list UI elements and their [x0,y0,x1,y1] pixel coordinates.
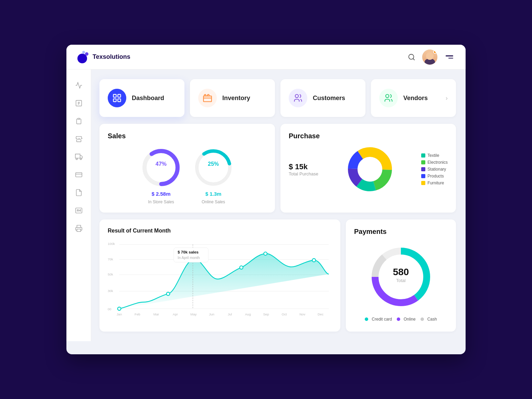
svg-text:30k: 30k [108,289,113,293]
online-amount: $ 1.3m [205,191,222,197]
svg-rect-11 [114,95,116,97]
svg-text:47%: 47% [156,161,167,167]
line-chart-card: Result of Current Month 100k 70k 50k 30k… [99,219,340,332]
charts-row: Sales 47% $ 2.58m In Store Sales [99,124,456,213]
purchase-svg [346,147,394,192]
line-chart-container: 100k 70k 50k 30k 00 [108,239,332,323]
svg-rect-13 [114,99,116,101]
content-area: Dashboard Inventory [91,69,466,341]
svg-text:70k: 70k [108,257,113,261]
payments-card: Payments 580 Total [346,219,456,332]
in-store-label: In Store Sales [148,200,174,204]
logo-icon [77,51,90,63]
purchase-amount: $ 15k [289,162,318,171]
svg-rect-7 [75,173,82,177]
app-window: Texsolutions [66,45,466,354]
svg-rect-14 [118,99,120,101]
sidebar-item-documents[interactable] [71,185,86,200]
sidebar-item-store[interactable] [71,131,86,147]
header-icons [408,50,455,65]
in-store-donut: 47% $ 2.58m In Store Sales [140,147,182,204]
cash-dot [421,317,424,321]
customers-label: Customers [313,95,345,102]
svg-point-46 [240,266,243,269]
inventory-icon [198,89,217,107]
online-dot [397,317,400,321]
svg-point-31 [358,158,382,181]
svg-text:50k: 50k [108,272,113,276]
avatar[interactable] [422,50,437,65]
purchase-donut [327,147,413,192]
vendors-arrow: › [446,95,448,102]
svg-rect-3 [78,118,80,120]
svg-text:In April month: In April month [178,256,200,260]
nav-card-customers[interactable]: Customers [280,79,365,117]
dashboard-icon [108,89,126,107]
svg-rect-15 [203,96,211,101]
purchase-label: Total Purchase [289,171,318,176]
inventory-label: Inventory [222,95,250,102]
sidebar-item-reports[interactable] [71,96,86,111]
legend-electronics: Electronics [421,160,448,165]
nav-card-inventory[interactable]: Inventory [190,79,275,117]
svg-text:Feb: Feb [135,312,140,316]
purchase-content: $ 15k Total Purchase [289,147,448,192]
svg-text:Sep: Sep [263,312,269,316]
nav-card-dashboard[interactable]: Dashboard [99,79,184,117]
textile-dot [421,153,425,158]
purchase-card: Purchase $ 15k Total Purchase [280,124,456,213]
furniture-dot [421,181,425,185]
svg-line-1 [413,58,414,60]
svg-text:Mar: Mar [153,312,159,316]
sidebar-item-orders[interactable] [71,114,86,129]
legend-cash: Cash [421,317,437,322]
legend-stationary: Stationary [421,167,448,172]
sidebar-item-print[interactable] [71,221,86,236]
svg-point-47 [264,252,267,256]
legend-furniture: Furniture [421,181,448,185]
svg-point-48 [312,259,316,262]
stationary-dot [421,167,425,171]
svg-text:100k: 100k [108,242,115,246]
purchase-legend: Textile Electronics Stationary [421,153,448,185]
svg-rect-4 [76,140,81,142]
svg-text:00: 00 [108,307,111,311]
svg-point-6 [80,158,82,160]
chart-tooltip: $ 70k sales In April month [174,248,209,262]
svg-point-43 [118,307,121,311]
vendors-icon [379,89,398,107]
sidebar-item-atm[interactable] [71,203,86,218]
purchase-title: Purchase [289,132,448,140]
menu-button[interactable] [444,54,455,60]
sales-title: Sales [108,132,267,140]
svg-text:Jun: Jun [209,312,214,316]
legend-creditcard: Credit card [365,317,392,322]
svg-text:Jul: Jul [228,312,232,316]
online-donut: 25% $ 1.3m Online Sales [193,147,234,204]
online-label: Online Sales [202,200,225,204]
nav-card-vendors[interactable]: Vendors › [371,79,456,117]
legend-online: Online [397,317,416,322]
sidebar-item-analytics[interactable] [71,78,86,93]
svg-text:580: 580 [393,267,409,277]
vendors-label: Vendors [403,95,428,102]
sidebar-item-delivery[interactable] [71,149,86,164]
bottom-row: Result of Current Month 100k 70k 50k 30k… [99,219,456,332]
svg-text:Oct: Oct [282,312,287,316]
header: Texsolutions [66,45,466,69]
products-dot [421,174,425,178]
legend-textile: Textile [421,153,448,158]
legend-products: Products [421,174,448,179]
app-name: Texsolutions [93,53,130,61]
electronics-dot [421,160,425,164]
payments-legend: Credit card Online Cash [365,317,437,322]
svg-text:May: May [190,312,196,316]
online-svg: 25% [193,147,234,188]
svg-point-5 [76,158,77,160]
line-chart-svg: 100k 70k 50k 30k 00 [108,239,332,322]
search-button[interactable] [408,53,415,61]
creditcard-dot [365,317,368,321]
svg-text:Dec: Dec [318,312,323,316]
sidebar-item-billing[interactable] [71,167,86,182]
main-layout: Dashboard Inventory [66,69,466,341]
